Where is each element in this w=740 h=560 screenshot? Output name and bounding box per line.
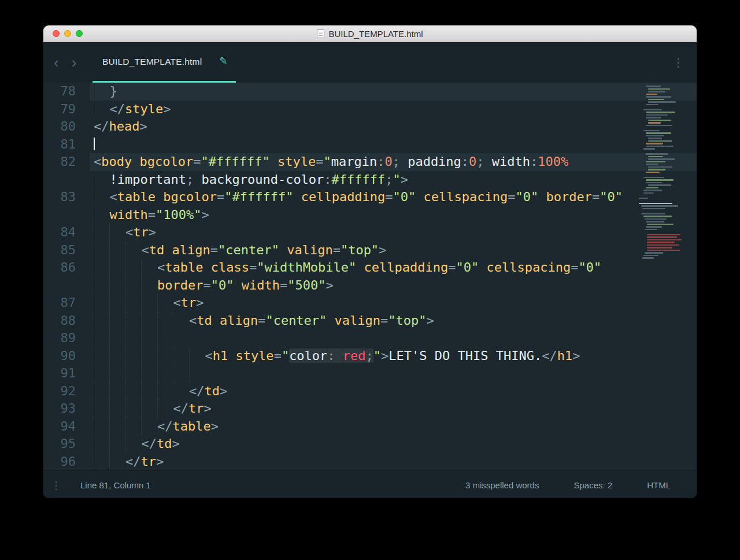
code-token: tr: [188, 401, 204, 416]
code-token: "0": [516, 190, 539, 204]
code-token: valign: [287, 243, 332, 257]
code-row[interactable]: 93</tr>: [43, 400, 697, 418]
indent-guide: [141, 418, 157, 436]
code-token: [479, 260, 486, 275]
indent-guide: [141, 400, 157, 418]
back-button chevron-left-icon[interactable]: ‹: [54, 55, 59, 70]
code-row[interactable]: 89: [43, 329, 697, 347]
indent-guide: [94, 383, 109, 400]
code-row[interactable]: width="100%">: [43, 206, 697, 224]
minimap[interactable]: [639, 85, 689, 259]
code-row[interactable]: 91: [43, 365, 697, 383]
indent-guide: [125, 259, 141, 277]
close-button[interactable]: [53, 30, 60, 37]
code-row[interactable]: 95</td>: [43, 435, 697, 453]
indent-guide: [94, 101, 109, 118]
code-row[interactable]: 81: [43, 136, 697, 154]
code-token: =: [280, 278, 287, 292]
code-token: >: [220, 384, 227, 398]
code-row[interactable]: 87<tr>: [43, 294, 697, 312]
code-token: "0": [456, 260, 479, 275]
titlebar[interactable]: BUILD_TEMPLATE.html: [43, 25, 697, 42]
code-token: "0": [211, 278, 234, 292]
code-row[interactable]: 92</td>: [43, 383, 697, 400]
window-title-group: BUILD_TEMPLATE.html: [317, 29, 423, 39]
code-token: ": [373, 348, 381, 363]
code-row[interactable]: 96</tr>: [43, 453, 697, 471]
code-token: >: [204, 401, 211, 416]
status-menu-icon[interactable]: ⋮: [51, 479, 61, 492]
tab-label: BUILD_TEMPLATE.html: [102, 57, 202, 67]
code-token: padding: [408, 154, 461, 169]
indent-guide: [189, 365, 205, 383]
code-row[interactable]: 80</head>: [43, 118, 697, 136]
editor-window: BUILD_TEMPLATE.html ‹ › BUILD_TEMPLATE.h…: [43, 25, 697, 498]
desktop: BUILD_TEMPLATE.html ‹ › BUILD_TEMPLATE.h…: [0, 0, 740, 560]
code-token: [293, 190, 301, 204]
indent-guide: [125, 383, 141, 400]
code-token: valign: [335, 313, 380, 328]
indent-guide: [94, 277, 109, 295]
code-token: head: [109, 119, 140, 133]
code-token: >: [139, 119, 147, 133]
line-number: 91: [43, 365, 90, 383]
code-token: width: [109, 207, 147, 222]
code-token: >: [211, 419, 219, 433]
syntax-mode[interactable]: HTML: [647, 480, 671, 490]
code-token: =: [448, 260, 456, 275]
code-token: <: [157, 260, 165, 275]
indent-guide: [157, 312, 173, 330]
code-token: LET'S DO THIS THING.: [388, 348, 542, 363]
code-token: "0": [579, 260, 602, 275]
code-token: [538, 190, 546, 204]
code-token: "500": [287, 278, 325, 292]
overflow-menu-button[interactable]: ⋮: [672, 42, 684, 83]
code-token: <: [94, 154, 101, 169]
code-row[interactable]: 83<table bgcolor="#ffffff" cellpadding="…: [43, 188, 697, 206]
code-row[interactable]: 86<table class="widthMobile" cellpadding…: [43, 259, 697, 277]
minimize-button[interactable]: [64, 30, 71, 37]
code-row[interactable]: border="0" width="500">: [43, 277, 697, 295]
indentation-setting[interactable]: Spaces: 2: [574, 480, 612, 490]
code-token: cellpadding: [301, 190, 386, 204]
indent-guide: [94, 83, 109, 101]
zoom-button[interactable]: [76, 30, 83, 37]
tab-build-template[interactable]: BUILD_TEMPLATE.html ✎: [92, 42, 236, 83]
code-token: >: [379, 243, 386, 257]
indent-guide: [109, 435, 125, 453]
code-row[interactable]: 88<td align="center" valign="top">: [43, 312, 697, 330]
indent-guide: [94, 312, 109, 330]
forward-button chevron-right-icon[interactable]: ›: [72, 55, 77, 70]
code-token: style: [235, 348, 273, 363]
code-token: #ffffff: [332, 172, 386, 187]
code-row[interactable]: 90<h1 style="color: red;">LET'S DO THIS …: [43, 347, 697, 365]
indent-guide: [173, 383, 188, 400]
line-number: 88: [43, 312, 90, 330]
code-token: >: [401, 172, 408, 187]
code-row[interactable]: 79</style>: [43, 101, 697, 118]
code-row[interactable]: 85<td align="center" valign="top">: [43, 242, 697, 259]
code-token: >: [572, 348, 580, 363]
code-token: table: [117, 190, 156, 204]
indent-guide: [157, 400, 173, 418]
code-token: [234, 278, 241, 292]
code-token: tr: [133, 225, 149, 239]
line-number: [43, 171, 90, 189]
indent-guide: [189, 347, 205, 365]
indent-guide: [94, 400, 109, 418]
code-editor[interactable]: 78}79</style>80</head>8182<body bgcolor=…: [43, 83, 697, 470]
code-row[interactable]: 84<tr>: [43, 224, 697, 242]
indent-guide: [125, 365, 141, 383]
code-token: =: [380, 313, 388, 328]
code-token: =: [193, 154, 201, 169]
code-token: ;: [186, 172, 202, 187]
code-row[interactable]: 78}: [43, 83, 697, 101]
indent-guide: [141, 365, 157, 383]
code-token: :: [377, 154, 384, 169]
code-token: margin: [331, 154, 377, 169]
code-token: [203, 260, 210, 275]
code-token: </: [125, 454, 141, 469]
code-row[interactable]: 94</table>: [43, 418, 697, 436]
code-row[interactable]: !important; background-color:#ffffff;">: [43, 171, 697, 189]
code-row[interactable]: 82<body bgcolor="#ffffff" style="margin:…: [43, 153, 697, 171]
